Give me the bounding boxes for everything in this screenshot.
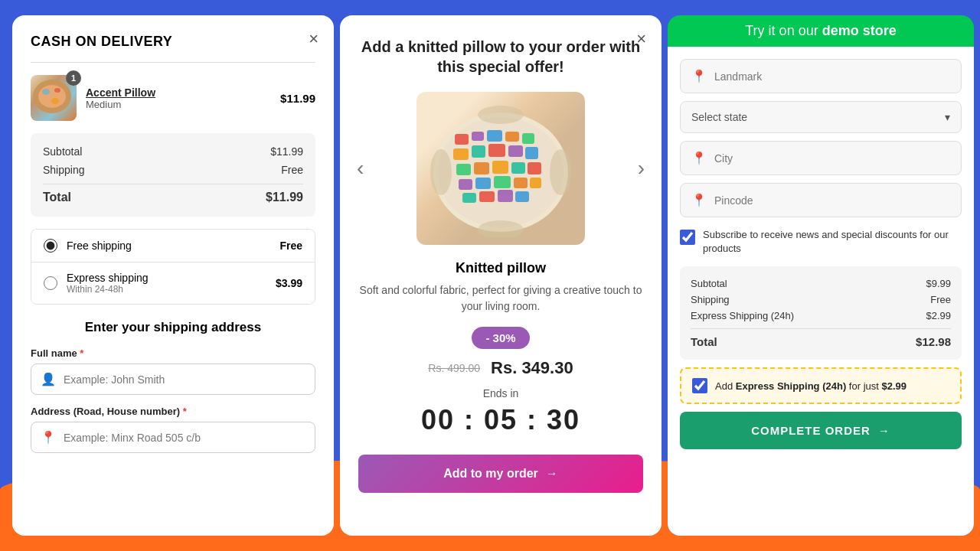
upsell-title: Add a knitted pillow to your order with … <box>358 37 643 77</box>
right-panel-body: 📍 Select state Maharashtra Delhi Karnata… <box>668 47 974 536</box>
product-name: Knitted pillow <box>456 260 546 276</box>
svg-rect-22 <box>459 179 472 190</box>
shipping-options: Free shipping Free Express shipping With… <box>31 229 315 305</box>
svg-rect-23 <box>475 178 491 189</box>
carousel-prev-button[interactable]: ‹ <box>351 150 370 187</box>
cart-item-price: $11.99 <box>280 92 315 105</box>
landmark-input-wrapper: 📍 <box>680 59 962 93</box>
svg-point-2 <box>42 89 50 95</box>
close-left-button[interactable]: × <box>309 31 318 47</box>
right-shipping-value: Free <box>930 294 951 305</box>
pincode-input[interactable] <box>714 194 950 207</box>
ends-in-label: Ends in <box>483 387 519 399</box>
right-total-label: Total <box>691 335 717 348</box>
landmark-icon: 📍 <box>691 69 707 83</box>
subscribe-text: Subscribe to receive news and special di… <box>703 228 962 256</box>
shipping-value: Free <box>281 164 303 176</box>
right-express-row: Express Shipping (24h) $2.99 <box>691 308 951 324</box>
sale-price: Rs. 349.30 <box>491 358 573 378</box>
total-value: $11.99 <box>266 191 303 204</box>
free-shipping-radio[interactable] <box>44 239 57 253</box>
cart-item-name: Accent Pillow <box>86 86 271 99</box>
svg-point-33 <box>478 106 524 124</box>
full-name-input-wrapper: 👤 <box>31 364 315 395</box>
svg-rect-18 <box>474 162 489 174</box>
svg-rect-8 <box>472 132 484 141</box>
demo-banner: Try it on our demo store <box>668 15 974 47</box>
svg-point-31 <box>430 149 452 195</box>
subtotal-label: Subtotal <box>43 145 82 158</box>
address-required: * <box>183 406 187 417</box>
right-express-label: Express Shipping (24h) <box>691 310 794 321</box>
free-shipping-name: Free shipping <box>67 240 270 252</box>
free-shipping-price: Free <box>279 240 302 252</box>
svg-rect-12 <box>453 148 469 160</box>
express-shipping-name: Express shipping <box>67 272 266 284</box>
svg-rect-19 <box>492 161 508 174</box>
full-name-label: Full name * <box>31 347 315 359</box>
city-input-wrapper: 📍 <box>680 141 962 175</box>
svg-rect-11 <box>522 133 534 144</box>
product-carousel: ‹ <box>358 92 643 245</box>
original-price: Rs. 499.00 <box>428 362 480 374</box>
subtotal-row: Subtotal $11.99 <box>43 142 303 161</box>
demo-bold-text: demo store <box>822 23 897 38</box>
express-upsell-bold: Express Shipping (24h) <box>736 380 846 392</box>
svg-rect-26 <box>530 178 541 188</box>
svg-rect-14 <box>488 144 505 157</box>
express-upsell-text: Add Express Shipping (24h) for just $2.9… <box>715 380 906 392</box>
subscribe-checkbox[interactable] <box>680 230 695 245</box>
cart-item-info: Accent Pillow Medium <box>86 86 271 110</box>
free-shipping-label: Free shipping <box>67 240 270 252</box>
pincode-input-wrapper: 📍 <box>680 183 962 217</box>
svg-rect-9 <box>487 130 502 142</box>
svg-point-1 <box>38 85 66 108</box>
svg-rect-21 <box>528 162 541 174</box>
close-middle-button[interactable]: × <box>636 31 646 47</box>
express-upsell-checkbox[interactable] <box>692 378 707 393</box>
subscribe-row: Subscribe to receive news and special di… <box>680 225 962 259</box>
cart-item: 1 Accent Pillow Medium $11.99 <box>31 75 315 121</box>
cart-badge: 1 <box>66 70 81 86</box>
express-upsell-price: $2.99 <box>881 380 906 392</box>
complete-order-button[interactable]: COMPLETE ORDER → <box>680 412 962 449</box>
right-subtotal-row: Subtotal $9.99 <box>691 276 951 292</box>
svg-rect-25 <box>514 178 528 188</box>
total-row: Total $11.99 <box>43 184 303 207</box>
product-thumbnail: 1 <box>31 75 77 121</box>
full-name-input[interactable] <box>64 373 305 386</box>
svg-rect-10 <box>505 132 519 142</box>
city-input[interactable] <box>714 152 950 165</box>
add-to-order-button[interactable]: Add to my order → <box>358 455 643 493</box>
express-shipping-sub: Within 24-48h <box>67 284 266 295</box>
carousel-next-button[interactable]: › <box>632 150 651 187</box>
right-shipping-row: Shipping Free <box>691 292 951 308</box>
product-image <box>416 92 585 245</box>
svg-rect-13 <box>472 145 485 158</box>
state-select-wrapper: Select state Maharashtra Delhi Karnataka… <box>680 101 962 133</box>
express-shipping-radio[interactable] <box>44 276 57 290</box>
right-total-row: Total $12.98 <box>691 328 951 350</box>
state-select[interactable]: Select state Maharashtra Delhi Karnataka… <box>691 111 950 123</box>
landmark-input[interactable] <box>714 70 950 83</box>
address-input-wrapper: 📍 <box>31 422 315 453</box>
add-order-arrow: → <box>546 467 558 481</box>
demo-banner-text: Try it on our demo store <box>745 23 896 39</box>
svg-rect-16 <box>525 147 538 159</box>
add-order-label: Add to my order <box>443 467 538 481</box>
address-label: Address (Road, House number) * <box>31 406 315 417</box>
svg-rect-20 <box>511 162 525 174</box>
left-panel: CASH ON DELIVERY × 1 Accent Pillow Mediu… <box>12 15 334 536</box>
svg-rect-7 <box>455 134 469 145</box>
divider-top <box>31 62 315 63</box>
shipping-label: Shipping <box>43 164 85 176</box>
svg-rect-30 <box>515 191 529 202</box>
complete-order-label: COMPLETE ORDER <box>751 424 871 437</box>
address-input[interactable] <box>64 432 305 444</box>
panels-wrapper: CASH ON DELIVERY × 1 Accent Pillow Mediu… <box>0 0 980 551</box>
order-summary: Subtotal $11.99 Shipping Free Total $11.… <box>31 133 315 217</box>
svg-rect-29 <box>498 190 513 202</box>
knitted-pillow-image <box>424 99 577 237</box>
right-subtotal-value: $9.99 <box>926 278 951 289</box>
address-section-title: Enter your shipping address <box>31 320 315 335</box>
